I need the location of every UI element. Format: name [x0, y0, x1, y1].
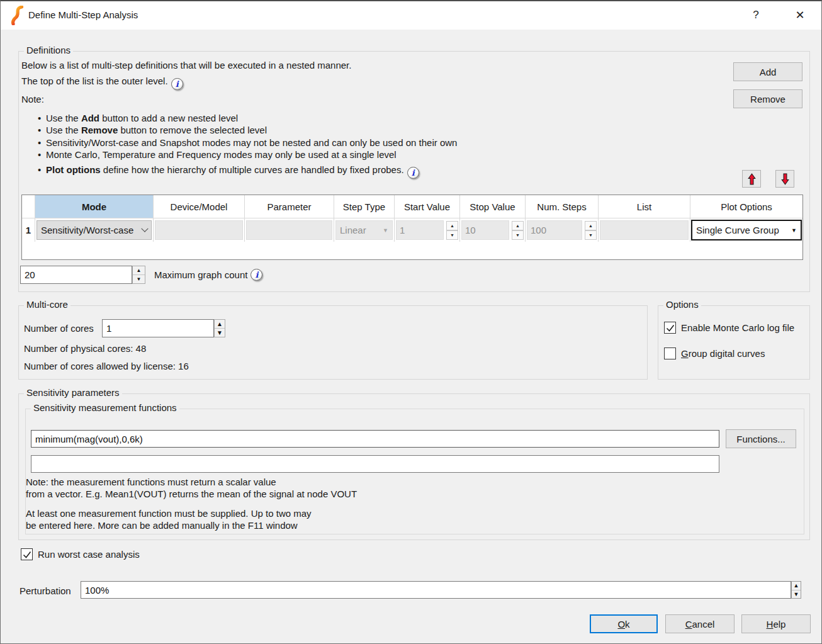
cancel-button[interactable]: Cancel [665, 614, 735, 633]
notes-list: Use the Add button to add a new nested l… [38, 112, 461, 179]
remove-button[interactable]: Remove [733, 89, 802, 108]
perturbation-row: ▲ ▼ [81, 581, 801, 599]
col-header-start-value[interactable]: Start Value [395, 195, 460, 218]
parameter-field [246, 220, 332, 240]
spin-up-icon: ▲ [512, 221, 524, 230]
app-logo-icon [9, 6, 25, 25]
ok-button[interactable]: Ok [590, 614, 658, 633]
spin-down-icon[interactable]: ▼ [792, 590, 801, 599]
spin-up-icon[interactable]: ▲ [215, 320, 225, 329]
note-bullet-add: Use the Add button to add a new nested l… [38, 112, 461, 124]
max-graph-spinner[interactable]: ▲ ▼ [132, 266, 145, 284]
multi-core-group-label: Multi-core [24, 299, 70, 310]
cores-spinner[interactable]: ▲ ▼ [214, 319, 225, 337]
max-graph-count-input[interactable] [20, 266, 132, 284]
device-model-cell [154, 218, 245, 242]
col-header-device-model[interactable]: Device/Model [154, 195, 245, 218]
window-title: Define Multi-Step Analysis [28, 1, 138, 29]
measurement-functions-group: Sensitivity measurement functions Functi… [25, 409, 804, 534]
plot-options-combobox[interactable]: Single Curve Group▼ [691, 220, 802, 240]
start-value-field: 1 [396, 220, 444, 240]
max-graph-row: ▲ ▼ Maximum graph count i [20, 266, 262, 284]
license-cores-line: Number of cores allowed by license: 16 [24, 361, 189, 371]
col-header-step-type[interactable]: Step Type [334, 195, 395, 218]
note-bullet-plot-options: Plot options define how the hierarchy of… [38, 164, 461, 179]
physical-cores-line: Number of physical cores: 48 [24, 343, 146, 354]
stop-value-cell: 10 ▲▼ [460, 218, 526, 242]
titlebar-help-button[interactable]: ? [743, 1, 769, 29]
plot-options-cell: Single Curve Group▼ [690, 218, 802, 242]
intro-line-1: Below is a list of multi-step definition… [21, 60, 351, 71]
max-graph-count-label: Maximum graph count [154, 269, 247, 280]
num-steps-field: 100 [527, 220, 582, 240]
functions-button[interactable]: Functions... [726, 429, 796, 448]
group-digital-curves-checkbox[interactable] [664, 347, 676, 359]
note-supply-line-2: be entered here. More can be added manua… [26, 520, 298, 531]
checkmark-icon [23, 550, 31, 559]
options-group-label: Options [663, 299, 701, 310]
checkmark-icon [666, 324, 675, 332]
spin-up-icon: ▲ [446, 221, 458, 230]
measurement-functions-group-label: Sensitivity measurement functions [31, 402, 179, 413]
mode-cell: Sensitivity/Worst-case [35, 218, 154, 242]
spin-up-icon: ▲ [585, 221, 597, 230]
note-bullet-monte-carlo: Monte Carlo, Temperature and Frequency m… [38, 149, 461, 161]
intro-line-2: The top of the list is the outer level.i [21, 76, 183, 90]
step-type-combobox: Linear▼ [335, 220, 393, 240]
definitions-group: Definitions Below is a list of multi-ste… [18, 51, 810, 292]
spin-down-icon: ▼ [446, 230, 458, 240]
perturbation-label: Perturbation [20, 585, 71, 596]
move-down-button[interactable] [775, 170, 794, 188]
red-up-arrow-icon [748, 173, 756, 185]
multi-step-table: Mode Device/Model Parameter Step Type St… [21, 195, 803, 260]
spin-down-icon[interactable]: ▼ [215, 329, 225, 337]
num-steps-cell: 100 ▲▼ [526, 218, 599, 242]
number-of-cores-input[interactable] [102, 319, 214, 337]
spin-up-icon[interactable]: ▲ [792, 582, 801, 590]
definitions-group-label: Definitions [24, 45, 73, 55]
sensitivity-parameters-group: Sensitivity parameters Sensitivity measu… [18, 393, 810, 540]
col-header-plot-options[interactable]: Plot Options [690, 195, 802, 218]
sensitivity-parameters-group-label: Sensitivity parameters [24, 387, 122, 398]
measurement-function-1-input[interactable] [31, 430, 719, 448]
note-scalar-line-1: Note: the measurement functions must ret… [26, 477, 276, 487]
perturbation-input[interactable] [81, 581, 791, 599]
dropdown-arrow-icon: ▼ [383, 227, 388, 234]
group-digital-curves-label: Group digital curves [681, 348, 765, 359]
perturbation-spinner[interactable]: ▲ ▼ [791, 581, 801, 599]
note-bullet-sensitivity: Sensitivity/Worst-case and Snapshot mode… [38, 137, 461, 149]
spin-up-icon[interactable]: ▲ [133, 266, 145, 275]
add-button[interactable]: Add [733, 62, 802, 81]
col-header-parameter[interactable]: Parameter [245, 195, 334, 218]
spin-down-icon[interactable]: ▼ [133, 275, 145, 283]
number-of-cores-label: Number of cores [24, 323, 94, 334]
parameter-cell [245, 218, 334, 242]
monte-carlo-log-row: Enable Monte Carlo log file [664, 322, 794, 334]
col-header-num-steps[interactable]: Num. Steps [526, 195, 599, 218]
info-icon[interactable]: i [407, 167, 419, 179]
device-model-field [155, 220, 243, 240]
titlebar: Define Multi-Step Analysis ? ✕ [1, 1, 821, 30]
monte-carlo-log-checkbox[interactable] [664, 322, 676, 334]
col-header-stop-value[interactable]: Stop Value [460, 195, 526, 218]
run-worst-case-label: Run worst case analysis [38, 549, 140, 560]
info-icon[interactable]: i [251, 269, 262, 281]
mode-combobox[interactable]: Sensitivity/Worst-case [37, 220, 152, 240]
help-button[interactable]: Help [741, 614, 811, 633]
row-header-1[interactable]: 1 [22, 218, 35, 242]
note-label: Note: [21, 94, 44, 105]
run-worst-case-checkbox[interactable] [21, 548, 33, 560]
run-worst-case-row: Run worst case analysis [21, 548, 140, 560]
cores-spin-row: ▲ ▼ [102, 319, 225, 337]
move-up-button[interactable] [742, 170, 761, 188]
chevron-down-icon [141, 225, 148, 232]
titlebar-close-button[interactable]: ✕ [784, 1, 816, 29]
col-header-list[interactable]: List [599, 195, 690, 218]
corner-cell [22, 195, 35, 218]
info-icon[interactable]: i [171, 78, 183, 90]
group-digital-curves-row: Group digital curves [664, 347, 765, 359]
col-header-mode[interactable]: Mode [35, 195, 154, 218]
red-down-arrow-icon [781, 173, 789, 185]
measurement-function-2-input[interactable] [31, 455, 719, 473]
spin-down-icon: ▼ [585, 230, 597, 240]
